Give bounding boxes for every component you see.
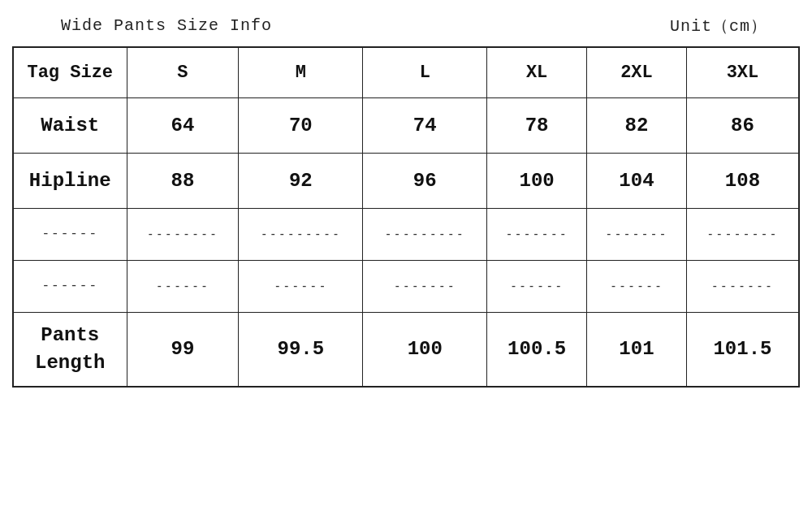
row-label-0: Tag Size [13, 47, 127, 97]
cell-r1-c5: 86 [686, 97, 799, 153]
cell-r0-c0: S [127, 47, 239, 97]
cell-r3-c5: -------- [686, 208, 799, 260]
row-label-4: ------ [13, 260, 127, 312]
row-label-5: PantsLength [13, 312, 127, 387]
page-title: Wide Pants Size Info [61, 16, 272, 35]
cell-r5-c2: 100 [363, 312, 487, 387]
cell-r1-c2: 74 [363, 97, 487, 153]
cell-r0-c2: L [363, 47, 487, 97]
cell-r1-c0: 64 [127, 97, 239, 153]
cell-r0-c1: M [239, 47, 363, 97]
cell-r0-c5: 3XL [686, 47, 799, 97]
row-label-3: ------ [13, 208, 127, 260]
size-table: Tag SizeSMLXL2XL3XLWaist647074788286Hipl… [12, 46, 800, 388]
row-label-2: Hipline [13, 153, 127, 208]
table-row: PantsLength9999.5100100.5101101.5 [13, 312, 799, 387]
table-row: ----------------------------------------… [13, 260, 799, 312]
table-row: ----------------------------------------… [13, 208, 799, 260]
table-row: Waist647074788286 [13, 97, 799, 153]
cell-r5-c5: 101.5 [686, 312, 799, 387]
cell-r5-c0: 99 [127, 312, 239, 387]
cell-r2-c3: 100 [487, 153, 587, 208]
page-container: Wide Pants Size Info Unit（cm） Tag SizeSM… [0, 0, 812, 511]
cell-r1-c3: 78 [487, 97, 587, 153]
cell-r3-c1: --------- [239, 208, 363, 260]
cell-r2-c2: 96 [363, 153, 487, 208]
cell-r0-c3: XL [487, 47, 587, 97]
cell-r2-c1: 92 [239, 153, 363, 208]
cell-r5-c4: 101 [587, 312, 687, 387]
cell-r0-c4: 2XL [587, 47, 687, 97]
header-row: Wide Pants Size Info Unit（cm） [12, 8, 800, 43]
cell-r4-c0: ------ [127, 260, 239, 312]
cell-r4-c2: ------- [363, 260, 487, 312]
cell-r3-c0: -------- [127, 208, 239, 260]
cell-r3-c2: --------- [363, 208, 487, 260]
cell-r2-c0: 88 [127, 153, 239, 208]
cell-r4-c5: ------- [686, 260, 799, 312]
cell-r2-c4: 104 [587, 153, 687, 208]
cell-r2-c5: 108 [686, 153, 799, 208]
unit-label: Unit（cm） [670, 15, 767, 37]
row-label-1: Waist [13, 97, 127, 153]
cell-r4-c4: ------ [587, 260, 687, 312]
cell-r3-c3: ------- [487, 208, 587, 260]
table-row: Tag SizeSMLXL2XL3XL [13, 47, 799, 97]
cell-r3-c4: ------- [587, 208, 687, 260]
cell-r4-c3: ------ [487, 260, 587, 312]
cell-r5-c1: 99.5 [239, 312, 363, 387]
cell-r5-c3: 100.5 [487, 312, 587, 387]
cell-r1-c4: 82 [587, 97, 687, 153]
cell-r1-c1: 70 [239, 97, 363, 153]
table-row: Hipline889296100104108 [13, 153, 799, 208]
cell-r4-c1: ------ [239, 260, 363, 312]
